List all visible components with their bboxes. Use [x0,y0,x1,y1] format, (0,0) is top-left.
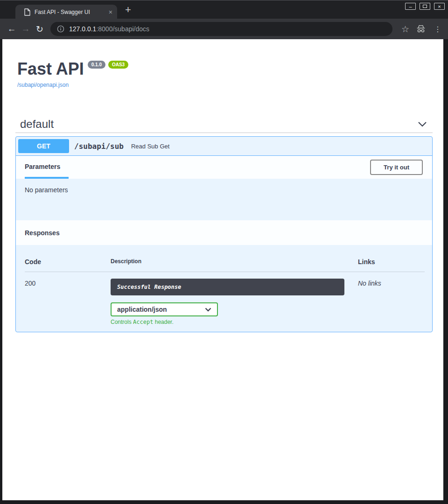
response-code: 200 [25,272,111,325]
select-chevron-down-icon [205,308,211,312]
back-icon[interactable]: ← [5,24,19,34]
parameters-header: Parameters Try it out [16,156,432,179]
maximize-button[interactable] [420,3,430,10]
browser-menu-icon[interactable]: ⋮ [434,25,441,34]
api-info: Fast API0.1.0OAS3 /subapi/openapi.json [15,60,433,89]
response-links: No links [358,272,425,325]
url-text: 127.0.0.1:8000/subapi/docs [69,25,149,33]
media-type-value: application/json [117,306,167,313]
responses-header: Responses [16,220,432,245]
operation-description: Read Sub Get [131,143,169,150]
tab-close-icon[interactable]: × [109,9,112,15]
bookmark-star-icon[interactable]: ☆ [401,24,409,35]
column-header-links: Links [358,258,425,272]
page-favicon-icon [24,8,30,16]
tag-section-header[interactable]: default [15,116,433,133]
try-it-out-button[interactable]: Try it out [370,160,423,175]
address-bar[interactable]: 127.0.0.1:8000/subapi/docs [50,22,392,36]
operation-path: /subapi/sub [74,142,124,151]
method-badge: GET [18,139,69,153]
response-description-cell: Successful Response application/json Con… [111,272,358,325]
responses-body: Code Description Links 200 Successful Re… [16,245,432,332]
tag-title: default [20,118,54,131]
tab-title: Fast API - Swagger UI [35,9,106,15]
api-title: Fast API [17,59,84,78]
openapi-spec-link[interactable]: /subapi/openapi.json [17,82,69,88]
parameters-body: No parameters [16,179,432,220]
accept-header-note: Controls Accept header. [111,319,358,325]
new-tab-button[interactable]: + [125,4,131,16]
browser-tab[interactable]: Fast API - Swagger UI × [15,5,117,19]
column-header-code: Code [25,258,111,272]
forward-icon[interactable]: → [19,24,33,34]
incognito-icon [416,25,426,33]
site-info-icon[interactable] [57,25,64,33]
collapse-chevron-icon[interactable] [418,121,427,127]
maximize-icon [423,5,427,8]
tab-parameters: Parameters [25,156,69,179]
oas3-badge: OAS3 [108,61,128,69]
operation-summary[interactable]: GET /subapi/sub Read Sub Get [16,137,432,156]
reload-icon[interactable]: ↻ [33,24,47,35]
no-parameters-text: No parameters [25,186,68,194]
page-content: Fast API0.1.0OAS3 /subapi/openapi.json d… [2,39,443,500]
browser-toolbar: ← → ↻ 127.0.0.1:8000/subapi/docs ☆ ⋮ [0,19,448,39]
media-type-select[interactable]: application/json [111,302,218,316]
opblock-get-subapi-sub: GET /subapi/sub Read Sub Get Parameters … [15,136,433,332]
close-button[interactable]: × [434,3,445,10]
responses-title: Responses [25,229,60,237]
response-description-box: Successful Response [111,279,344,295]
minimize-button[interactable]: – [405,3,416,10]
version-badge: 0.1.0 [88,61,105,69]
column-header-description: Description [111,258,358,272]
window-controls: – × [405,3,445,10]
browser-titlebar: Fast API - Swagger UI × + – × [0,0,448,19]
